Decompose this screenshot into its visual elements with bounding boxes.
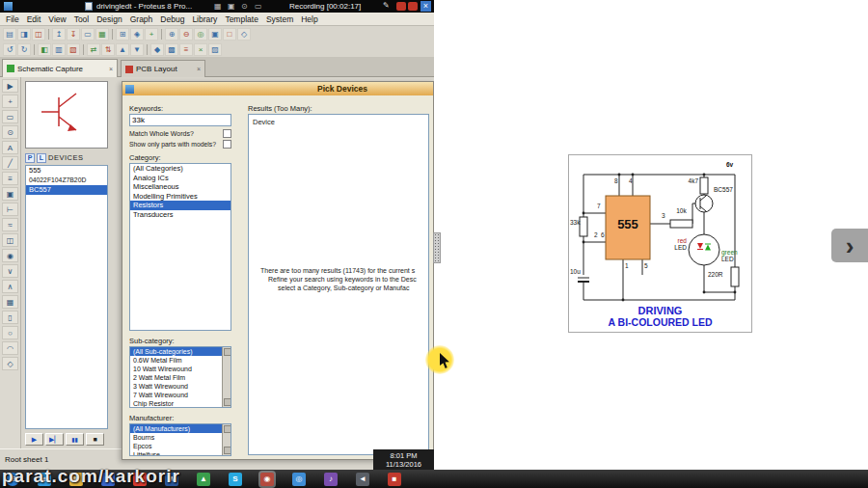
line-2d-icon[interactable]: ▯ bbox=[2, 311, 18, 324]
cleanup-icon[interactable]: ▨ bbox=[208, 43, 222, 56]
box-2d-icon[interactable]: ○ bbox=[2, 326, 18, 339]
category-item[interactable]: Modelling Primitives bbox=[130, 192, 231, 202]
record-button[interactable] bbox=[396, 2, 406, 11]
text-script-icon[interactable]: A bbox=[2, 141, 18, 154]
save-project-icon[interactable]: ◫ bbox=[32, 28, 45, 41]
mark-area-icon[interactable]: ▦ bbox=[95, 28, 109, 41]
menu-template[interactable]: Template bbox=[221, 14, 262, 25]
generator-icon[interactable]: ◉ bbox=[2, 249, 18, 262]
menu-file[interactable]: File bbox=[2, 14, 23, 25]
pause-button[interactable]: ▮▮ bbox=[66, 433, 84, 446]
paste-icon[interactable]: ▧ bbox=[67, 43, 80, 56]
volume-icon[interactable]: ◄ bbox=[356, 473, 369, 486]
tape-recorder-icon[interactable]: ◫ bbox=[2, 233, 18, 247]
category-item[interactable]: Analog ICs bbox=[130, 174, 231, 183]
sheet-view-icon[interactable]: ◇ bbox=[237, 28, 251, 41]
redo-icon[interactable]: ↻ bbox=[17, 43, 31, 56]
system-clock[interactable]: 8:01 PM 11/13/2016 bbox=[373, 449, 434, 470]
subcategory-item[interactable]: 10 Watt Wirewound bbox=[130, 365, 231, 373]
keywords-input[interactable] bbox=[129, 114, 231, 126]
green-app-icon[interactable]: ▲ bbox=[197, 473, 210, 486]
bus-tool-icon[interactable]: ╱ bbox=[2, 156, 18, 170]
export-icon[interactable]: ↧ bbox=[67, 28, 80, 41]
false-origin-icon[interactable]: + bbox=[145, 28, 158, 41]
arc-2d-icon[interactable]: ◇ bbox=[2, 357, 18, 370]
category-item[interactable]: (All Categories) bbox=[130, 164, 231, 174]
copy-icon[interactable]: ▥ bbox=[52, 43, 66, 56]
subcategory-scrollbar[interactable] bbox=[222, 347, 231, 407]
zoom-area-icon[interactable]: □ bbox=[223, 28, 236, 41]
pick-part-icon[interactable]: ◆ bbox=[150, 43, 164, 56]
block-copy-icon[interactable]: ⇄ bbox=[87, 43, 100, 56]
category-item[interactable]: Transducers bbox=[130, 210, 231, 220]
category-item[interactable]: Miscellaneous bbox=[130, 182, 231, 192]
subcategory-item-selected[interactable]: (All Sub-categories) bbox=[130, 347, 223, 356]
subcategory-item[interactable]: 3 Watt Wirewound bbox=[130, 382, 231, 391]
manufacturer-item-selected[interactable]: (All Manufacturers) bbox=[130, 424, 223, 433]
next-arrow-button[interactable]: › bbox=[831, 229, 868, 262]
tab-schematic-capture[interactable]: Schematic Capture × bbox=[2, 59, 118, 77]
globe-icon[interactable]: ◎ bbox=[292, 473, 306, 486]
manufacturer-scrollbar[interactable] bbox=[222, 424, 231, 455]
packaging-icon[interactable]: ≡ bbox=[179, 43, 193, 56]
music-app-icon[interactable]: ♪ bbox=[324, 473, 338, 486]
menu-graph[interactable]: Graph bbox=[126, 14, 157, 25]
import-icon[interactable]: ↥ bbox=[52, 28, 66, 41]
print-icon[interactable]: ▭ bbox=[81, 28, 95, 41]
device-list-item[interactable]: 04022F104Z7B20D bbox=[26, 176, 107, 185]
decompose-icon[interactable]: × bbox=[194, 43, 207, 56]
graph-mode-icon[interactable]: ≈ bbox=[2, 218, 18, 231]
undo-icon[interactable]: ↺ bbox=[3, 43, 16, 56]
match-whole-words-checkbox[interactable] bbox=[223, 129, 231, 138]
grid-toggle-icon[interactable]: ◈ bbox=[130, 28, 144, 41]
dialog-titlebar[interactable]: Pick Devices bbox=[122, 82, 433, 95]
subcategory-item[interactable]: 0.6W Metal Film bbox=[130, 356, 231, 365]
manufacturer-item[interactable]: Bourns bbox=[130, 433, 231, 442]
tab-pcb-layout[interactable]: PCB Layout × bbox=[121, 60, 205, 77]
close-recorder-icon[interactable]: × bbox=[420, 1, 431, 12]
zoom-all-icon[interactable]: ▣ bbox=[208, 28, 222, 41]
subcategory-item[interactable]: 2 Watt Metal Film bbox=[130, 373, 231, 382]
make-device-icon[interactable]: ▩ bbox=[165, 43, 178, 56]
device-list-item-selected[interactable]: BC557 bbox=[26, 185, 107, 195]
red-app-icon[interactable]: ■ bbox=[388, 473, 401, 486]
recorder-app-icon[interactable]: ◉ bbox=[260, 473, 274, 486]
library-manager-button[interactable]: L bbox=[37, 153, 46, 163]
zoom-icon[interactable]: ⊙ bbox=[241, 2, 248, 11]
subcircuit-icon[interactable]: ≡ bbox=[2, 172, 18, 185]
menu-library[interactable]: Library bbox=[188, 14, 221, 25]
manufacturer-item[interactable]: Littelfuse bbox=[130, 450, 231, 456]
menu-edit[interactable]: Edit bbox=[23, 14, 45, 25]
webcam-icon[interactable]: ▣ bbox=[228, 2, 235, 11]
device-pin-icon[interactable]: ⊢ bbox=[2, 203, 18, 216]
wire-label-icon[interactable]: ⊙ bbox=[2, 125, 18, 139]
screen-icon[interactable]: ▦ bbox=[214, 2, 222, 11]
menu-view[interactable]: View bbox=[44, 14, 69, 25]
splitter-grip[interactable] bbox=[433, 232, 441, 263]
voltage-probe-icon[interactable]: ∨ bbox=[2, 264, 18, 278]
zoom-in-icon[interactable]: ⊖ bbox=[179, 28, 193, 41]
subcategory-item[interactable]: 7 Watt Wirewound bbox=[130, 391, 231, 399]
close-tab-icon[interactable]: × bbox=[197, 66, 201, 72]
stop-button[interactable]: ■ bbox=[86, 433, 104, 446]
menu-design[interactable]: Design bbox=[93, 14, 125, 25]
junction-dot-icon[interactable]: ▭ bbox=[2, 110, 18, 123]
block-rotate-icon[interactable]: ▲ bbox=[116, 43, 129, 56]
instrument-icon[interactable]: ▦ bbox=[2, 295, 18, 309]
menu-system[interactable]: System bbox=[262, 14, 297, 25]
window-icon[interactable]: ▭ bbox=[255, 2, 262, 11]
step-button[interactable]: ▶▏ bbox=[45, 433, 64, 446]
menu-debug[interactable]: Debug bbox=[156, 14, 188, 25]
manufacturer-item[interactable]: Epcos bbox=[130, 442, 231, 450]
new-file-icon[interactable]: ▤ bbox=[3, 28, 16, 41]
stop-record-button[interactable] bbox=[408, 2, 418, 11]
play-button[interactable]: ▶ bbox=[25, 433, 43, 446]
show-only-models-checkbox[interactable] bbox=[223, 140, 231, 149]
component-mode-icon[interactable]: + bbox=[2, 95, 18, 108]
device-list-item[interactable]: 555 bbox=[26, 166, 107, 176]
pick-devices-button[interactable]: P bbox=[25, 153, 35, 163]
menu-help[interactable]: Help bbox=[297, 14, 321, 25]
terminal-icon[interactable]: ▣ bbox=[2, 187, 18, 201]
current-probe-icon[interactable]: ∧ bbox=[2, 280, 18, 293]
close-tab-icon[interactable]: × bbox=[109, 66, 113, 72]
